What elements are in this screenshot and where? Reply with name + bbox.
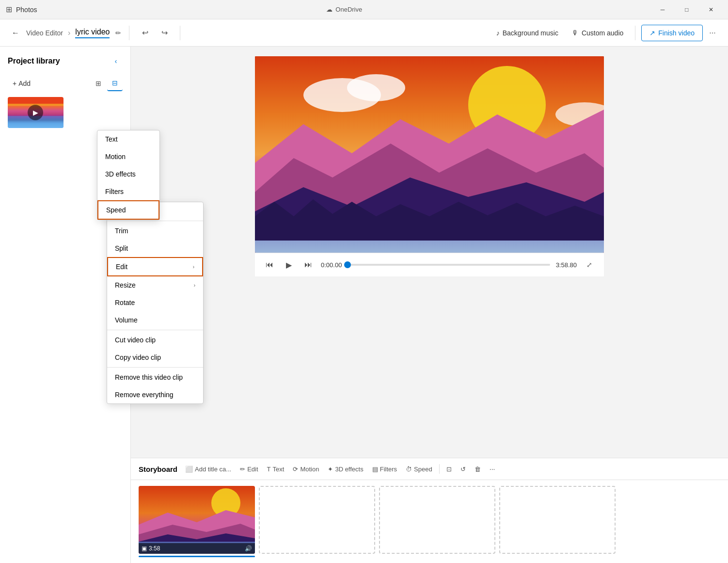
panel-title: Project library [8,57,60,65]
storyboard-actions: ⬜ Add title ca... ✏ Edit T Text ⟳ Motion [181,462,499,476]
clip-volume-icon: 🔊 [245,545,252,552]
toolbar: ← Video Editor › lyric video ✏ ↩ ↪ ♪ Bac… [0,19,728,47]
storyboard-text-button[interactable]: T Text [263,464,288,475]
video-preview [255,56,604,253]
cloud-icon: ☁ [326,6,332,13]
media-thumbnail[interactable]: ▶ [8,97,63,128]
fit-icon: ⊡ [446,466,452,473]
storyboard-trim-button[interactable]: ↺ [457,464,470,475]
context-edit[interactable]: Edit › [107,257,203,276]
export-icon: ↗ [649,29,655,37]
context-resize[interactable]: Resize › [107,276,203,294]
maximize-button[interactable]: □ [676,2,698,17]
toolbar-more-button[interactable]: ··· [705,25,720,41]
cloud-service-label: OneDrive [335,6,362,13]
story-clip-1[interactable]: ▣ 3:58 🔊 [139,486,255,557]
clip-progress-bar [139,556,255,557]
storyboard-add-title[interactable]: ⬜ Add title ca... [181,464,235,475]
plus-icon: + [13,80,16,87]
redo-button[interactable]: ↪ [157,25,172,41]
add-title-icon: ⬜ [185,466,193,473]
app-name: Photos [16,6,37,14]
context-remove-clip[interactable]: Remove this video clip [107,369,203,386]
add-label: Add [18,80,31,87]
clip-info-bar: ▣ 3:58 🔊 [139,543,255,554]
context-cut-clip[interactable]: Cut video clip [107,331,203,349]
progress-thumb[interactable] [344,261,351,268]
context-rotate[interactable]: Rotate [107,294,203,311]
music-icon: ♪ [496,29,500,37]
storyboard-motion-icon: ⟳ [293,466,298,473]
panel-toolbar: + Add ⊞ ⊟ [8,76,123,91]
context-copy-clip[interactable]: Copy video clip [107,349,203,366]
storyboard-filters-button[interactable]: ▤ Filters [368,464,401,475]
submenu-text[interactable]: Text [97,130,159,148]
add-media-button[interactable]: + Add [8,77,35,90]
close-button[interactable]: ✕ [700,2,722,17]
clip-duration: ▣ 3:58 [142,545,160,552]
back-button[interactable]: ← [8,25,23,41]
right-panel: ⏮ ▶ ⏭ 0:00.00 3:58.80 ⤢ Storyboard ⬜ A [131,47,728,563]
storyboard-motion-button[interactable]: ⟳ Motion [289,464,323,475]
duration-label: 3:58.80 [556,261,577,269]
play-button[interactable]: ▶ [282,258,296,272]
clip-video-icon: ▣ [142,545,147,552]
storyboard-edit[interactable]: ✏ Edit [236,464,262,475]
storyboard: Storyboard ⬜ Add title ca... ✏ Edit T Te… [131,458,728,563]
panel-collapse-button[interactable]: ‹ [109,54,123,68]
context-separator-2 [107,330,203,330]
story-clip-thumbnail: ▣ 3:58 🔊 [139,486,255,554]
storyboard-filters-icon: ▤ [372,466,378,473]
breadcrumb-separator: › [68,29,70,37]
list-view-button[interactable]: ⊟ [107,76,123,91]
project-name: lyric video [75,28,110,38]
toolbar-divider-2 [180,26,180,40]
submenu-motion[interactable]: Motion [97,148,159,165]
submenu-speed[interactable]: Speed [97,200,159,220]
background-music-label: Background music [503,29,558,37]
undo-button[interactable]: ↩ [137,25,153,41]
context-menu: Add title card Trim Split Edit › Resize … [107,202,204,404]
submenu-3d-effects[interactable]: 3D effects [97,165,159,183]
storyboard-header: Storyboard ⬜ Add title ca... ✏ Edit T Te… [131,458,728,480]
storyboard-content: ▣ 3:58 🔊 [131,480,728,563]
title-bar: ⊞ Photos ☁ OneDrive ─ □ ✕ [0,0,728,19]
fast-forward-button[interactable]: ⏭ [301,258,315,272]
context-remove-everything[interactable]: Remove everything [107,386,203,403]
storyboard-divider [439,464,440,474]
storyboard-delete-button[interactable]: 🗑 [471,464,485,475]
left-panel: Project library ‹ + Add ⊞ ⊟ ▶ Add title … [0,47,131,563]
onedrive-area: ☁ OneDrive [326,6,362,13]
context-split[interactable]: Split [107,240,203,257]
storyboard-more-button[interactable]: ··· [486,462,499,476]
context-volume[interactable]: Volume [107,311,203,329]
fullscreen-button[interactable]: ⤢ [583,258,596,272]
finish-video-button[interactable]: ↗ Finish video [641,25,703,41]
main-layout: Project library ‹ + Add ⊞ ⊟ ▶ Add title … [0,47,728,563]
delete-icon: 🗑 [475,466,481,473]
empty-slot-1 [259,486,375,554]
edit-submenu: Text Motion 3D effects Filters Speed [97,130,160,220]
storyboard-edit-icon: ✏ [240,466,245,473]
video-editor-label: Video Editor [26,29,63,37]
storyboard-fit-button[interactable]: ⊡ [443,464,456,475]
storyboard-effects-button[interactable]: ✦ 3D effects [324,464,367,475]
context-separator-1 [107,221,203,221]
storyboard-text-icon: T [267,466,271,473]
custom-audio-button[interactable]: 🎙 Custom audio [566,26,629,40]
progress-bar[interactable] [348,264,550,266]
breadcrumb: ← Video Editor › lyric video ✏ [8,25,121,41]
video-controls: ⏮ ▶ ⏭ 0:00.00 3:58.80 ⤢ [255,253,604,276]
svg-point-3 [347,74,405,101]
empty-slot-2 [379,486,495,554]
grid-view-button[interactable]: ⊞ [91,76,106,91]
storyboard-speed-button[interactable]: ⏱ Speed [402,464,436,475]
window-controls: ─ □ ✕ [651,2,722,17]
background-music-button[interactable]: ♪ Background music [491,26,564,40]
submenu-filters[interactable]: Filters [97,183,159,200]
rewind-button[interactable]: ⏮ [263,258,276,272]
minimize-button[interactable]: ─ [651,2,674,17]
context-trim[interactable]: Trim [107,222,203,240]
edit-project-name-icon[interactable]: ✏ [115,29,121,37]
audio-icon: 🎙 [572,29,579,37]
